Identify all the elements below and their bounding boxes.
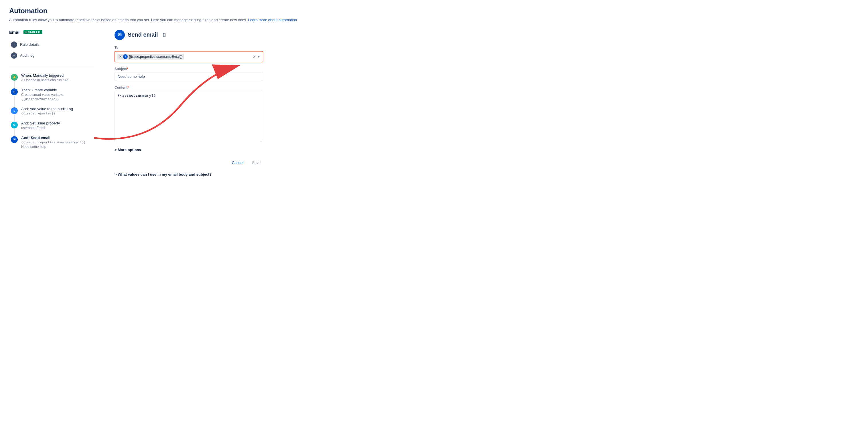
step-audit-log-title: And: Add value to the audit Log: [21, 107, 92, 111]
step-when[interactable]: ⚡ When: Manually triggered All logged in…: [9, 70, 94, 85]
content-field-group: Content* {{issue.summary}}: [115, 86, 425, 143]
step-create-var-subtitle: Create smart value variable: [21, 93, 92, 97]
step-send-email-icon: ✉: [11, 136, 18, 143]
step-when-subtitle: All logged in users can run rule.: [21, 78, 92, 82]
step-set-issue[interactable]: ⚙ And: Set issue property usernameEmail: [9, 118, 94, 133]
step-create-var-title: Then: Create variable: [21, 88, 92, 92]
step-send-email-subtitle1: {{issue.properties.usernameEmail}}: [21, 140, 92, 144]
content-textarea[interactable]: {{issue.summary}}: [115, 91, 264, 142]
tag-remove-button[interactable]: ✕: [119, 55, 122, 59]
subject-label: Subject*: [115, 67, 425, 71]
step-send-email-content: And: Send email {{issue.properties.usern…: [21, 136, 92, 149]
step-audit-log-icon: ≡: [11, 107, 18, 114]
to-chevron-icon[interactable]: ▼: [257, 55, 260, 59]
step-send-email[interactable]: ✉ And: Send email {{issue.properties.use…: [9, 133, 94, 152]
save-button[interactable]: Save: [249, 159, 264, 166]
sidebar-title: Email: [9, 30, 21, 35]
content-label: Content*: [115, 86, 425, 90]
step-set-issue-subtitle: usernameEmail: [21, 126, 92, 130]
to-field-input[interactable]: [186, 54, 252, 59]
to-field-actions: ✕ ▼: [252, 54, 260, 59]
audit-log-label: Audit log: [20, 53, 35, 58]
divider: [9, 67, 94, 67]
step-create-var-icon: {}: [11, 89, 18, 95]
panel-title: Send email: [128, 31, 158, 38]
step-send-email-title: And: Send email: [21, 136, 92, 140]
delete-icon[interactable]: 🗑: [162, 32, 166, 37]
step-create-var-value: {{usernameVariable}}: [21, 97, 92, 101]
sidebar-item-rule-details[interactable]: i Rule details: [9, 39, 94, 50]
rule-details-label: Rule details: [20, 42, 39, 46]
panel-email-icon: ✉: [115, 30, 125, 40]
subject-input[interactable]: [115, 72, 264, 81]
tag-text: {{issue.properties.usernameEmail}}: [129, 55, 182, 59]
subject-field-group: Subject*: [115, 67, 425, 81]
rule-details-icon: i: [11, 41, 17, 48]
sidebar-item-audit-log[interactable]: ≡ Audit log: [9, 50, 94, 61]
form-actions: Cancel Save: [115, 159, 264, 166]
step-audit-log-content: And: Add value to the audit Log {{issue.…: [21, 107, 92, 115]
step-set-issue-title: And: Set issue property: [21, 121, 92, 125]
step-audit-log-subtitle: {{issue.reporter}}: [21, 111, 92, 115]
audit-log-icon: ≡: [11, 52, 17, 59]
page-title: Automation: [9, 7, 425, 15]
step-set-issue-icon: ⚙: [11, 122, 18, 128]
sidebar-nav: i Rule details ≡ Audit log: [9, 39, 94, 61]
step-create-var[interactable]: {} Then: Create variable Create smart va…: [9, 85, 94, 104]
tag-info-icon: i: [123, 54, 128, 59]
what-values-link[interactable]: > What values can I use in my email body…: [115, 172, 425, 176]
step-when-content: When: Manually triggered All logged in u…: [21, 73, 92, 82]
panel-header: ✉ Send email 🗑: [115, 30, 425, 40]
step-when-icon: ⚡: [11, 74, 18, 81]
to-field-group: To ✕ i {{issue.properties.usernameEmail}…: [115, 46, 425, 62]
right-panel: ✉ Send email 🗑 To ✕ i {{issue.properties…: [101, 30, 425, 176]
to-tag: ✕ i {{issue.properties.usernameEmail}}: [117, 54, 184, 60]
rule-steps: ⚡ When: Manually triggered All logged in…: [9, 70, 94, 152]
more-options[interactable]: > More options: [115, 147, 425, 152]
enabled-badge: ENABLED: [24, 30, 42, 34]
step-audit-log[interactable]: ≡ And: Add value to the audit Log {{issu…: [9, 104, 94, 118]
step-create-var-content: Then: Create variable Create smart value…: [21, 88, 92, 101]
to-label: To: [115, 46, 425, 50]
step-send-email-subtitle2: Need some help: [21, 145, 92, 149]
to-field-container[interactable]: ✕ i {{issue.properties.usernameEmail}} ✕…: [115, 51, 264, 62]
page-description: Automation rules allow you to automate r…: [9, 17, 425, 23]
sidebar-header: Email ENABLED: [9, 30, 94, 35]
cancel-button[interactable]: Cancel: [229, 159, 246, 166]
learn-more-link[interactable]: Learn more about automation: [248, 18, 297, 22]
step-set-issue-content: And: Set issue property usernameEmail: [21, 121, 92, 130]
sidebar: Email ENABLED i Rule details ≡ Audit log…: [9, 30, 101, 176]
to-clear-icon[interactable]: ✕: [252, 54, 256, 59]
step-when-title: When: Manually triggered: [21, 73, 92, 77]
